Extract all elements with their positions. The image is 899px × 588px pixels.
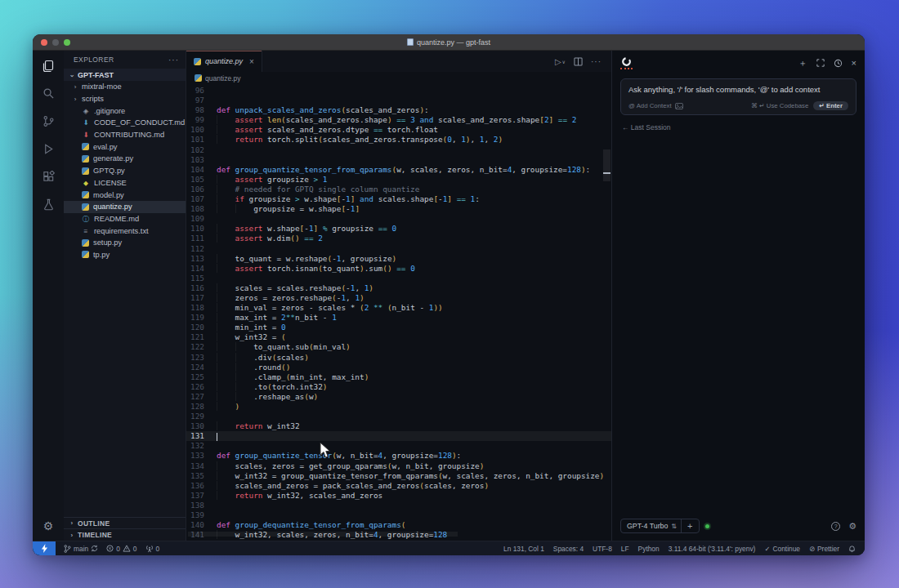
testing-icon[interactable]	[42, 198, 56, 212]
line-number[interactable]: 133	[186, 451, 204, 461]
code-line[interactable]: 110 assert w.shape[-1] % groupsize == 0	[186, 224, 611, 234]
code-line[interactable]: 116 scales = scales.reshape(-1, 1)	[186, 283, 611, 293]
line-number[interactable]: 107	[186, 194, 204, 204]
code-line[interactable]: 134 scales, zeros = get_group_qparams(w,…	[186, 461, 611, 471]
line-number[interactable]: 103	[186, 155, 204, 165]
code-line[interactable]: 121 w_int32 = (	[186, 332, 611, 342]
code-line[interactable]: 119 max_int = 2**n_bit - 1	[186, 313, 611, 323]
file-item-setup-py[interactable]: setup.py	[64, 237, 186, 249]
continue-status[interactable]: ✓ Continue	[764, 545, 800, 553]
encoding[interactable]: UTF-8	[593, 545, 612, 553]
run-python-file-button[interactable]: ▷ ∨	[555, 57, 566, 66]
line-number[interactable]: 115	[186, 274, 204, 283]
line-number[interactable]: 131	[186, 431, 204, 441]
line-number[interactable]: 106	[186, 185, 204, 194]
line-number[interactable]: 111	[186, 234, 204, 243]
code-line[interactable]: 96	[186, 86, 611, 96]
code-line[interactable]: 138	[186, 501, 611, 510]
code-line[interactable]: 122 to_quant.sub(min_val)	[186, 342, 611, 352]
code-line[interactable]: 126 .to(torch.int32)	[186, 382, 611, 392]
cursor-position[interactable]: Ln 131, Col 1	[503, 545, 544, 553]
add-context-button[interactable]: @ Add Context	[628, 102, 683, 109]
line-number[interactable]: 108	[186, 204, 204, 214]
line-number[interactable]: 118	[186, 303, 204, 313]
line-number[interactable]: 99	[186, 115, 204, 125]
code-line[interactable]: 136 scales_and_zeros = pack_scales_and_z…	[186, 481, 611, 491]
editor-horizontal-scrollbar[interactable]	[188, 532, 458, 537]
code-line[interactable]: 109	[186, 214, 611, 224]
file-item-license[interactable]: ⬥LICENSE	[64, 177, 186, 189]
add-model-button[interactable]: +	[681, 519, 698, 532]
code-line[interactable]: 100 assert scales_and_zeros.dtype == tor…	[186, 125, 611, 135]
line-number[interactable]: 101	[186, 135, 204, 145]
line-number[interactable]: 117	[186, 293, 204, 303]
code-line[interactable]: 115	[186, 274, 611, 283]
code-line[interactable]: 102	[186, 145, 611, 155]
code-line[interactable]: 104def group_quantize_tensor_from_qparam…	[186, 165, 611, 175]
line-number[interactable]: 113	[186, 254, 204, 264]
line-number[interactable]: 135	[186, 471, 204, 481]
use-codebase-hint[interactable]: ⌘ ↵ Use Codebase	[751, 102, 808, 109]
close-panel-icon[interactable]: ×	[852, 58, 857, 68]
file-item-tp-py[interactable]: tp.py	[64, 249, 186, 261]
code-line[interactable]: 112	[186, 244, 611, 254]
file-item-code-of-conduct-md[interactable]: ⬇CODE_OF_CONDUCT.md	[64, 117, 186, 129]
timeline-section[interactable]: › TIMELINE	[64, 529, 186, 541]
last-session-link[interactable]: ← Last Session	[622, 123, 865, 131]
code-line[interactable]: 135 w_int32 = group_quantize_tensor_from…	[186, 471, 611, 481]
file-item-contributing-md[interactable]: ⬇CONTRIBUTING.md	[64, 129, 186, 141]
line-number[interactable]: 110	[186, 224, 204, 234]
line-number[interactable]: 97	[186, 96, 204, 105]
line-number[interactable]: 125	[186, 372, 204, 382]
folder-item-scripts[interactable]: ›scripts	[64, 93, 186, 105]
problems-indicator[interactable]: 0 0	[106, 545, 136, 553]
line-number[interactable]: 132	[186, 441, 204, 451]
indentation[interactable]: Spaces: 4	[553, 545, 584, 553]
code-line[interactable]: 139	[186, 510, 611, 520]
editor-scrollbar[interactable]	[603, 149, 611, 181]
folder-item-mixtral-moe[interactable]: ›mixtral-moe	[64, 81, 186, 93]
file-item-model-py[interactable]: model.py	[64, 189, 186, 201]
code-line[interactable]: 117 zeros = zeros.reshape(-1, 1)	[186, 293, 611, 303]
file-item-eval-py[interactable]: eval.py	[64, 140, 186, 153]
help-icon[interactable]: ?	[831, 522, 840, 531]
title-bar[interactable]: quantize.py — gpt-fast	[33, 34, 865, 51]
code-line[interactable]: 128 )	[186, 402, 611, 412]
line-number[interactable]: 109	[186, 214, 204, 224]
line-number[interactable]: 116	[186, 283, 204, 293]
eol[interactable]: LF	[621, 545, 629, 553]
line-number[interactable]: 105	[186, 175, 204, 185]
code-line[interactable]: 124 .round()	[186, 363, 611, 372]
line-number[interactable]: 126	[186, 382, 204, 392]
code-line[interactable]: 101 return torch.split(scales_and_zeros.…	[186, 135, 611, 145]
code-editor[interactable]: 969798def unpack_scales_and_zeros(scales…	[186, 84, 611, 541]
file-item-quantize-py[interactable]: quantize.py	[64, 201, 186, 213]
enter-button[interactable]: ↵ Enter	[813, 101, 848, 110]
more-actions-icon[interactable]: ···	[591, 57, 602, 66]
code-line[interactable]: 118 min_val = zeros - scales * (2 ** (n_…	[186, 303, 611, 313]
code-line[interactable]: 123 .div(scales)	[186, 353, 611, 363]
explorer-icon[interactable]	[42, 59, 56, 73]
line-number[interactable]: 100	[186, 125, 204, 135]
model-selector[interactable]: GPT-4 Turbo ⇅ +	[620, 519, 700, 533]
code-line[interactable]: 111 assert w.dim() == 2	[186, 234, 611, 243]
code-line[interactable]: 137 return w_int32, scales_and_zeros	[186, 491, 611, 501]
file-item-readme-md[interactable]: ⓘREADME.md	[64, 213, 186, 225]
code-line[interactable]: 140def group_dequantize_tensor_from_qpar…	[186, 520, 611, 530]
code-line[interactable]: 125 .clamp_(min_int, max_int)	[186, 372, 611, 382]
line-number[interactable]: 139	[186, 510, 204, 520]
split-editor-icon[interactable]	[574, 57, 583, 66]
code-line[interactable]: 120 min_int = 0	[186, 323, 611, 332]
line-number[interactable]: 120	[186, 323, 204, 332]
line-number[interactable]: 122	[186, 342, 204, 352]
code-line[interactable]: 98def unpack_scales_and_zeros(scales_and…	[186, 105, 611, 115]
file-item-requirements-txt[interactable]: ≡requirements.txt	[64, 225, 186, 237]
line-number[interactable]: 136	[186, 481, 204, 491]
python-interpreter[interactable]: 3.11.4 64-bit ('3.11.4': pyenv)	[669, 545, 756, 553]
run-debug-icon[interactable]	[42, 142, 56, 156]
chat-input[interactable]: Ask anything, '/' for slash commands, '@…	[620, 78, 857, 115]
line-number[interactable]: 102	[186, 145, 204, 155]
code-line[interactable]: 105 assert groupsize > 1	[186, 175, 611, 185]
language-mode[interactable]: Python	[638, 545, 660, 553]
code-line[interactable]: 113 to_quant = w.reshape(-1, groupsize)	[186, 254, 611, 264]
